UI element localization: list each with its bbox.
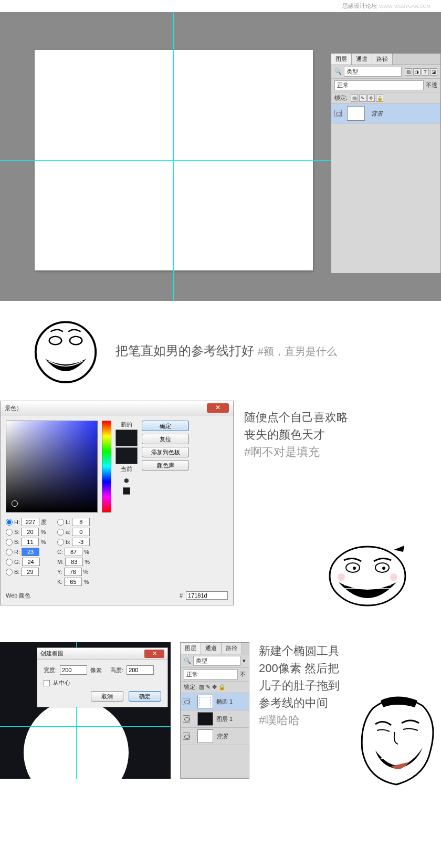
layers-panel: 图层 通道 路径 🔍 类型 ▧◑T◪ 正常 不透 锁定: ▧✎✥🔒 背景 [331, 53, 441, 274]
watermark: 思缘设计论坛WWW.MISSYUAN.COM [0, 0, 441, 10]
a-radio[interactable] [57, 529, 64, 536]
g-radio[interactable] [6, 559, 13, 566]
b-radio[interactable] [6, 539, 13, 546]
lb-radio[interactable] [57, 539, 64, 546]
s-field[interactable] [21, 528, 39, 536]
layer-background[interactable]: 背景 [181, 728, 249, 745]
caption-main: 把笔直如男的参考线打好 [116, 343, 254, 358]
svg-point-0 [36, 322, 96, 382]
bl-radio[interactable] [6, 569, 13, 576]
lock-label: 锁定: [334, 94, 348, 102]
close-button[interactable]: ✕ [144, 650, 164, 658]
section-color-picker: 景色） ✕ 新的 当前 ⬢ 确定 复位 添加到色板 颜色库 H:度 [0, 401, 441, 621]
layer-background[interactable]: 背景 [331, 104, 440, 123]
saturation-field[interactable] [6, 421, 98, 513]
lock-icon: 🔒 [376, 95, 383, 102]
r-radio[interactable] [6, 549, 13, 556]
layer-ellipse[interactable]: 椭圆 1 [181, 693, 249, 710]
canvas-stage-1: 图层 通道 路径 🔍 类型 ▧◑T◪ 正常 不透 锁定: ▧✎✥🔒 背景 [0, 12, 441, 301]
new-swatch [116, 430, 138, 446]
visibility-icon[interactable] [183, 698, 190, 705]
h-field[interactable] [22, 518, 39, 526]
library-button[interactable]: 颜色库 [142, 460, 189, 470]
tab-channels[interactable]: 通道 [201, 643, 222, 654]
c-field[interactable] [65, 548, 82, 556]
type-select[interactable]: 类型 [344, 67, 402, 77]
caption-2: 随便点个自己喜欢略 丧失的颜色天才 #啊不对是填充 [244, 409, 396, 461]
a-field[interactable] [72, 528, 90, 536]
svg-point-9 [390, 573, 397, 581]
search-icon: 🔍 [334, 68, 342, 75]
picker-title: 景色） [5, 404, 22, 412]
blend-select[interactable]: 正常 [184, 670, 238, 679]
hue-slider[interactable] [102, 421, 111, 513]
layer-thumbnail [197, 695, 213, 708]
tab-layers[interactable]: 图层 [331, 54, 352, 65]
y-field[interactable] [64, 568, 82, 576]
layer-name: 背景 [371, 110, 383, 118]
r-field[interactable] [22, 548, 39, 556]
ok-button[interactable]: 确定 [129, 691, 161, 702]
k-field[interactable] [64, 578, 82, 586]
web-label: Web 颜色 [6, 592, 30, 600]
layer-thumbnail [197, 729, 213, 743]
caption-hash: #额，直男是什么 [258, 346, 337, 357]
close-button[interactable]: ✕ [207, 403, 229, 413]
svg-point-1 [49, 337, 61, 345]
svg-point-7 [382, 567, 385, 570]
svg-point-6 [353, 567, 356, 570]
l-field[interactable] [72, 518, 90, 526]
g-field[interactable] [22, 558, 40, 566]
layer-1[interactable]: 图层 1 [181, 710, 249, 728]
l-radio[interactable] [57, 519, 64, 526]
width-field[interactable] [60, 665, 87, 675]
visibility-icon[interactable] [334, 110, 342, 117]
h-radio[interactable] [6, 519, 13, 526]
meme-face-1 [32, 317, 100, 385]
type-select[interactable]: 类型 [193, 656, 240, 666]
guide-vertical [173, 12, 174, 301]
svg-point-4 [346, 563, 360, 572]
tab-paths[interactable]: 路径 [222, 643, 242, 654]
guide-horizontal [0, 726, 171, 727]
new-label: 新的 [121, 421, 132, 428]
dialog-title: 创建椭圆 [40, 650, 64, 658]
s-radio[interactable] [6, 529, 13, 536]
create-ellipse-dialog: 创建椭圆✕ 宽度: 像素 高度: 从中心 取消 确定 [37, 647, 168, 707]
hex-field[interactable] [186, 591, 228, 600]
reset-button[interactable]: 复位 [142, 434, 189, 444]
mini-swatch [123, 487, 130, 495]
current-swatch [116, 447, 138, 464]
cancel-button[interactable]: 取消 [91, 691, 123, 702]
lb-field[interactable] [72, 538, 90, 546]
tab-layers[interactable]: 图层 [181, 643, 201, 654]
bl-field[interactable] [21, 568, 39, 576]
visibility-icon[interactable] [183, 715, 190, 723]
add-swatch-button[interactable]: 添加到色板 [142, 447, 189, 457]
m-field[interactable] [65, 558, 83, 566]
canvas-stage-3: 创建椭圆✕ 宽度: 像素 高度: 从中心 取消 确定 [0, 642, 171, 779]
tab-paths[interactable]: 路径 [372, 54, 393, 65]
opacity-label: 不透 [426, 81, 437, 89]
filter-icons[interactable]: ▧◑T◪ [404, 68, 437, 76]
swatch-column: 新的 当前 ⬢ [116, 421, 138, 513]
current-label: 当前 [121, 465, 132, 473]
meme-face-2 [326, 540, 410, 611]
svg-point-2 [70, 337, 82, 345]
ok-button[interactable]: 确定 [142, 421, 189, 431]
meme-face-3 [352, 693, 441, 789]
layer-thumbnail [197, 712, 213, 726]
b-field[interactable] [21, 538, 39, 546]
section-ellipse: 创建椭圆✕ 宽度: 像素 高度: 从中心 取消 确定 图层 通道 路径 [0, 621, 441, 789]
height-field[interactable] [127, 665, 154, 675]
cube-icon: ⬢ [124, 477, 129, 484]
layers-panel-3: 图层 通道 路径 🔍类型▾ 正常不 锁定:▧ ✎ ✥ 🔒 椭圆 1 图层 1 背… [180, 642, 249, 779]
visibility-icon[interactable] [183, 733, 190, 740]
color-picker-dialog: 景色） ✕ 新的 当前 ⬢ 确定 复位 添加到色板 颜色库 H:度 [0, 401, 234, 605]
svg-point-5 [375, 563, 389, 572]
lock-icons[interactable]: ▧✎✥🔒 [350, 95, 383, 102]
center-checkbox[interactable] [44, 680, 50, 686]
layer-thumbnail [347, 106, 365, 121]
tab-channels[interactable]: 通道 [352, 54, 372, 65]
blend-select[interactable]: 正常 [334, 80, 424, 90]
